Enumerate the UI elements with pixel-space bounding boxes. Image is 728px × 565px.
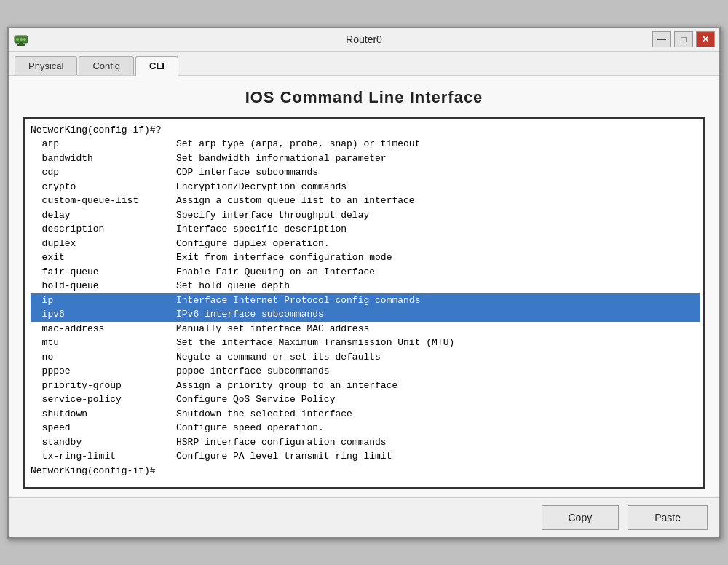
terminal-line: speedConfigure speed operation. [31,421,700,435]
close-button[interactable]: ✕ [696,31,715,47]
tab-physical[interactable]: Physical [15,56,77,75]
terminal-line: descriptionInterface specific descriptio… [31,222,700,237]
terminal-desc: HSRP interface configuration commands [176,435,387,450]
terminal-desc: Configure QoS Service Policy [176,392,335,407]
terminal-line: delaySpecify interface throughput delay [31,208,700,223]
terminal-desc: Set arp type (arpa, probe, snap) or time… [176,137,420,151]
terminal-desc: Configure duplex operation. [176,237,330,251]
terminal-cmd: shutdown [31,407,176,422]
copy-button[interactable]: Copy [542,505,620,530]
terminal-cmd: description [31,222,176,237]
terminal-cmd: priority-group [31,379,176,393]
terminal-cmd: fair-queue [31,265,176,280]
terminal-cmd: ip [31,293,176,308]
terminal-cmd: delay [31,208,176,223]
terminal-cmd: service-policy [31,392,176,407]
bottom-bar: Copy Paste [9,497,719,537]
window-controls: — □ ✕ [652,31,715,47]
svg-rect-5 [17,44,25,46]
terminal-desc: Configure PA level transmit ring limit [176,449,392,464]
svg-point-2 [20,38,23,41]
title-bar: Router0 — □ ✕ [9,28,719,52]
terminal-line: arpSet arp type (arpa, probe, snap) or t… [31,137,700,151]
tab-cli[interactable]: CLI [135,56,178,76]
terminal-cmd: ipv6 [31,307,176,322]
maximize-button[interactable]: □ [674,31,693,47]
terminal-line: tx-ring-limitConfigure PA level transmit… [31,449,700,464]
terminal-desc: pppoe interface subcommands [176,364,330,379]
terminal-line: shutdownShutdown the selected interface [31,407,700,422]
main-window: Router0 — □ ✕ Physical Config CLI IOS Co… [7,27,721,539]
terminal-desc: Interface Internet Protocol config comma… [176,293,420,308]
terminal-prompt: NetworKing(config-if)# [31,464,700,478]
svg-point-1 [16,38,19,41]
terminal-cmd: duplex [31,237,176,251]
terminal-line: service-policyConfigure QoS Service Poli… [31,392,700,407]
terminal-desc: IPv6 interface subcommands [176,307,324,322]
terminal-line: cdpCDP interface subcommands [31,165,700,180]
terminal-desc: Exit from interface configuration mode [176,250,392,265]
terminal-line: pppoepppoe interface subcommands [31,364,700,379]
terminal-cmd: pppoe [31,364,176,379]
content-area: IOS Command Line Interface NetworKing(co… [9,76,719,497]
terminal-cmd: crypto [31,180,176,194]
terminal-line: priority-groupAssign a priority group to… [31,379,700,393]
terminal-line: fair-queueEnable Fair Queuing on an Inte… [31,265,700,280]
terminal-cmd: tx-ring-limit [31,449,176,464]
terminal-desc: Specify interface throughput delay [176,208,369,223]
terminal-line: duplexConfigure duplex operation. [31,237,700,251]
terminal-cmd: exit [31,250,176,265]
terminal-desc: Interface specific description [176,222,347,237]
app-icon [13,31,29,47]
terminal-line: ipInterface Internet Protocol config com… [31,293,700,308]
terminal-desc: Enable Fair Queuing on an Interface [176,265,375,280]
terminal-cmd: arp [31,137,176,151]
terminal-desc: Configure speed operation. [176,421,324,435]
terminal-line: ipv6IPv6 interface subcommands [31,307,700,322]
terminal-cmd: bandwidth [31,151,176,166]
terminal-line: exitExit from interface configuration mo… [31,250,700,265]
svg-rect-4 [19,43,23,44]
title-bar-left [13,31,29,47]
window-title: Router0 [346,33,382,45]
tab-bar: Physical Config CLI [9,52,719,76]
terminal-line: mac-addressManually set interface MAC ad… [31,322,700,336]
terminal-cmd: hold-queue [31,279,176,293]
terminal-cmd: standby [31,435,176,450]
terminal-line: hold-queueSet hold queue depth [31,279,700,293]
terminal-desc: Negate a command or set its defaults [176,350,381,365]
terminal-line: bandwidthSet bandwidth informational par… [31,151,700,166]
terminal-line: custom-queue-listAssign a custom queue l… [31,194,700,208]
terminal-prompt: NetworKing(config-if)#? [31,123,700,138]
terminal-cmd: mtu [31,336,176,350]
page-title: IOS Command Line Interface [23,88,705,107]
terminal-cmd: cdp [31,165,176,180]
terminal-desc: Encryption/Decryption commands [176,180,347,194]
terminal-desc: Set the interface Maximum Transmission U… [176,336,454,350]
tab-config[interactable]: Config [79,56,134,75]
terminal-line: cryptoEncryption/Decryption commands [31,180,700,194]
terminal-desc: Set hold queue depth [176,279,290,293]
terminal-line: noNegate a command or set its defaults [31,350,700,365]
terminal-output[interactable]: NetworKing(config-if)#? arpSet arp type … [23,117,705,489]
terminal-cmd: speed [31,421,176,435]
terminal-cmd: custom-queue-list [31,194,176,208]
terminal-cmd: mac-address [31,322,176,336]
terminal-line: standbyHSRP interface configuration comm… [31,435,700,450]
svg-point-3 [23,38,26,41]
terminal-desc: Manually set interface MAC address [176,322,369,336]
terminal-desc: Assign a custom queue list to an interfa… [176,194,415,208]
terminal-desc: Set bandwidth informational parameter [176,151,387,166]
terminal-desc: CDP interface subcommands [176,165,318,180]
minimize-button[interactable]: — [652,31,671,47]
terminal-desc: Assign a priority group to an interface [176,379,397,393]
terminal-cmd: no [31,350,176,365]
paste-button[interactable]: Paste [628,505,708,530]
terminal-desc: Shutdown the selected interface [176,407,352,422]
terminal-line: mtuSet the interface Maximum Transmissio… [31,336,700,350]
